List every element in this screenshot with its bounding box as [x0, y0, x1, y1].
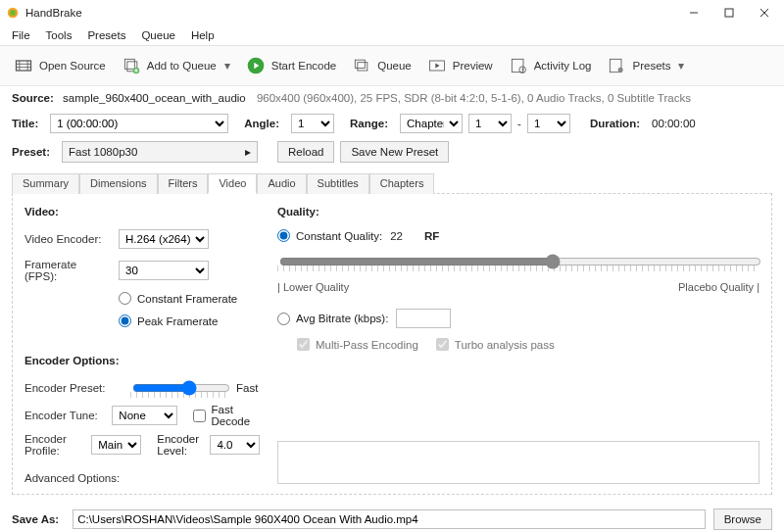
- angle-label: Angle:: [244, 118, 279, 129]
- save-as-input[interactable]: [73, 509, 705, 529]
- tab-strip: Summary Dimensions Filters Video Audio S…: [12, 172, 772, 193]
- angle-select[interactable]: 1: [291, 114, 334, 133]
- preset-select[interactable]: Fast 1080p30 ▸: [62, 141, 258, 163]
- tab-video[interactable]: Video: [208, 173, 257, 194]
- save-new-preset-button[interactable]: Save New Preset: [340, 141, 449, 163]
- browse-button[interactable]: Browse: [713, 508, 772, 530]
- svg-rect-8: [358, 63, 368, 71]
- tab-summary[interactable]: Summary: [12, 173, 79, 194]
- reload-preset-button[interactable]: Reload: [277, 141, 334, 163]
- queue-icon: [352, 56, 371, 75]
- dropdown-icon: ▾: [678, 59, 684, 73]
- range-dash: -: [517, 118, 521, 129]
- video-panel: Video: Video Encoder: H.264 (x264) Frame…: [12, 193, 772, 495]
- menu-presets[interactable]: Presets: [79, 27, 133, 43]
- source-row: Source: sample_960x400_ocean_with_audio …: [0, 86, 784, 110]
- window-maximize-button[interactable]: [711, 0, 747, 25]
- presets-icon: [607, 56, 626, 75]
- avg-bitrate-radio[interactable]: Avg Bitrate (kbps):: [277, 313, 388, 325]
- preset-value: Fast 1080p30: [69, 146, 137, 158]
- encoder-profile-label: Encoder Profile:: [24, 433, 83, 457]
- svg-rect-7: [356, 60, 366, 68]
- preset-label: Preset:: [12, 146, 50, 158]
- lower-quality-label: | Lower Quality: [277, 281, 349, 293]
- peak-framerate-radio[interactable]: Peak Framerate: [119, 314, 218, 327]
- avg-bitrate-input[interactable]: [396, 309, 451, 328]
- encoder-preset-slider[interactable]: [130, 378, 228, 398]
- film-icon: [14, 56, 33, 75]
- range-label: Range:: [350, 118, 388, 129]
- start-encode-label: Start Encode: [271, 60, 336, 72]
- fast-decode-checkbox[interactable]: Fast Decode: [193, 404, 260, 427]
- video-header: Video:: [24, 206, 260, 218]
- window-minimize-button[interactable]: [676, 0, 711, 25]
- svg-point-13: [618, 68, 623, 73]
- presets-label: Presets: [632, 60, 670, 72]
- add-to-queue-button[interactable]: Add to Queue ▾: [116, 52, 236, 79]
- presets-button[interactable]: Presets ▾: [601, 52, 690, 79]
- source-name: sample_960x400_ocean_with_audio: [63, 92, 246, 104]
- menu-queue[interactable]: Queue: [133, 27, 183, 43]
- activity-log-button[interactable]: Activity Log: [503, 52, 598, 79]
- open-source-button[interactable]: Open Source: [8, 52, 112, 79]
- constant-framerate-radio[interactable]: Constant Framerate: [119, 292, 237, 305]
- advanced-options-input[interactable]: [277, 441, 760, 484]
- encoder-preset-value: Fast: [236, 382, 258, 394]
- constant-quality-radio[interactable]: Constant Quality:: [277, 229, 382, 242]
- range-type-select[interactable]: Chapters: [400, 114, 463, 133]
- encoder-tune-select[interactable]: None: [112, 406, 176, 425]
- queue-add-icon: [122, 56, 141, 75]
- encoder-level-select[interactable]: 4.0: [210, 435, 260, 455]
- svg-rect-2: [17, 61, 31, 71]
- encoder-tune-label: Encoder Tune:: [24, 410, 104, 421]
- video-encoder-select[interactable]: H.264 (x264): [119, 229, 209, 249]
- app-logo-icon: [6, 6, 20, 20]
- add-to-queue-label: Add to Queue: [147, 60, 217, 72]
- title-select[interactable]: 1 (00:00:00): [50, 114, 228, 133]
- duration-value: 00:00:00: [652, 118, 696, 129]
- preview-icon: [427, 56, 447, 75]
- encoder-profile-select[interactable]: Main: [91, 435, 141, 455]
- queue-label: Queue: [377, 60, 412, 72]
- video-encoder-label: Video Encoder:: [24, 233, 111, 245]
- range-to-select[interactable]: 1: [527, 114, 570, 133]
- constant-quality-unit: RF: [424, 230, 439, 242]
- preset-row: Preset: Fast 1080p30 ▸ Reload Save New P…: [0, 137, 784, 167]
- tab-dimensions[interactable]: Dimensions: [79, 173, 157, 194]
- svg-rect-10: [512, 59, 523, 72]
- activity-icon: [509, 56, 528, 75]
- duration-label: Duration:: [590, 118, 640, 129]
- quality-slider[interactable]: [277, 252, 760, 271]
- encoder-level-label: Encoder Level:: [157, 433, 202, 457]
- window-titlebar: HandBrake: [0, 0, 784, 25]
- menu-tools[interactable]: Tools: [38, 27, 80, 43]
- menu-bar: File Tools Presets Queue Help: [0, 25, 784, 46]
- queue-button[interactable]: Queue: [346, 52, 417, 79]
- preview-label: Preview: [453, 60, 493, 72]
- tab-chapters[interactable]: Chapters: [369, 173, 435, 194]
- tab-filters[interactable]: Filters: [158, 173, 209, 194]
- window-close-button[interactable]: [747, 0, 782, 25]
- encoder-preset-label: Encoder Preset:: [24, 382, 122, 394]
- open-source-label: Open Source: [39, 60, 106, 72]
- framerate-label: Framerate (FPS):: [24, 259, 111, 282]
- encoder-options-header: Encoder Options:: [24, 355, 260, 366]
- turbo-pass-checkbox[interactable]: Turbo analysis pass: [436, 338, 555, 351]
- menu-file[interactable]: File: [4, 27, 38, 43]
- source-label: Source:: [12, 92, 54, 104]
- tab-subtitles[interactable]: Subtitles: [307, 173, 369, 194]
- svg-rect-1: [725, 9, 733, 17]
- preview-button[interactable]: Preview: [421, 52, 499, 79]
- dropdown-icon: ▾: [224, 59, 230, 73]
- framerate-select[interactable]: 30: [119, 261, 209, 280]
- window-title: HandBrake: [25, 7, 82, 19]
- save-as-label: Save As:: [12, 513, 59, 525]
- play-icon: [246, 56, 266, 75]
- multipass-checkbox[interactable]: Multi-Pass Encoding: [297, 338, 418, 351]
- tab-audio[interactable]: Audio: [257, 173, 306, 194]
- main-toolbar: Open Source Add to Queue ▾ Start Encode …: [0, 46, 784, 86]
- menu-help[interactable]: Help: [183, 27, 222, 43]
- start-encode-button[interactable]: Start Encode: [240, 52, 342, 79]
- save-as-row: Save As: Browse: [0, 503, 784, 532]
- range-from-select[interactable]: 1: [468, 114, 512, 133]
